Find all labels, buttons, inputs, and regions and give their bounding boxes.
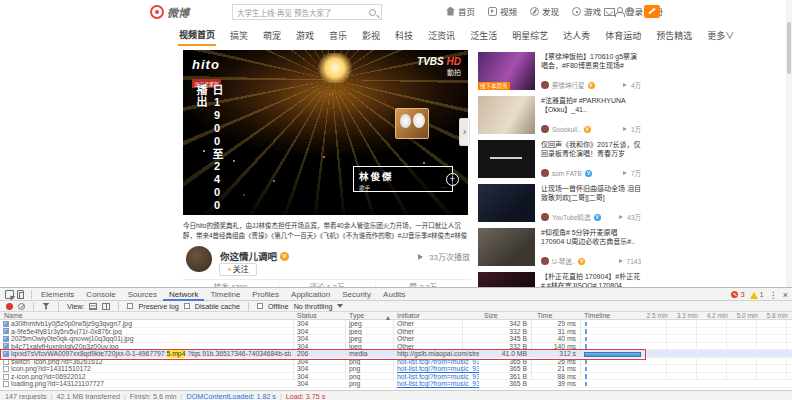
channel-name[interactable]: 蔡徐坤行星	[552, 80, 585, 90]
col-status[interactable]: Status	[297, 312, 317, 320]
request-name[interactable]: z-icon.png?id=06922012	[3, 373, 291, 381]
channel-tab[interactable]: 泛生活	[469, 26, 498, 45]
col-initiator[interactable]: Initiator	[397, 312, 420, 320]
channel-name[interactable]: Soookull..	[552, 126, 581, 133]
clear-button[interactable]	[18, 303, 25, 310]
related-video-item[interactable]: 仅回声《我和你》2017长谈，仅回录板青伦演唱！青春万岁 som FATB V …	[478, 140, 641, 178]
settings-gear-icon[interactable]	[625, 7, 634, 16]
video-title[interactable]: 仅回声《我和你》2017长谈，仅回录板青伦演唱！青春万岁	[541, 140, 641, 158]
video-thumbnail[interactable]	[478, 272, 535, 287]
page-scrollbar[interactable]	[786, 0, 792, 287]
mail-icon[interactable]	[604, 8, 615, 16]
device-toolbar-icon[interactable]	[17, 290, 24, 299]
warning-count-badge[interactable]: 1	[750, 290, 764, 299]
preserve-log-checkbox[interactable]	[127, 303, 133, 309]
col-timeline[interactable]: Timeline	[584, 312, 610, 320]
request-name[interactable]: lqxxd7sVfcvWA0097xx8qd9kte720jxx-0-1-496…	[3, 350, 291, 358]
devtools-tab[interactable]: Timeline	[204, 288, 246, 301]
network-request-row[interactable]: lqxxd7sVfcvWA0097xx8qd9kte720jxx-0-1-496…	[0, 350, 792, 358]
grid-view-icon[interactable]	[102, 303, 110, 310]
header-nav-item[interactable]: 首页	[446, 5, 475, 17]
record-button[interactable]	[6, 303, 13, 310]
col-size[interactable]: Size	[484, 312, 498, 320]
post-action-button[interactable]: 赞 2.3万	[375, 280, 471, 287]
channel-tab[interactable]: 搞笑	[229, 26, 249, 45]
channel-tab[interactable]: 视频首页	[178, 25, 216, 46]
post-action-button[interactable]: 转发 4299	[183, 280, 278, 287]
channel-tab[interactable]: 更多∨	[706, 26, 735, 45]
devtools-tab[interactable]: Application	[285, 288, 336, 301]
devtools-tab[interactable]: Profiles	[246, 288, 285, 301]
inspect-element-icon[interactable]	[5, 290, 14, 299]
related-video-item[interactable]: 线下本周秀 【蔡徐坤饭拍】170610 g5蔡演唱会，#F80博恩男生现场# 蔡…	[478, 52, 641, 90]
channel-tab[interactable]: 预告精选	[655, 26, 693, 45]
weibo-logo[interactable]: 微博	[150, 4, 189, 20]
devtools-tab[interactable]: Audits	[377, 288, 411, 301]
related-video-item[interactable]: 让现场一首怀旧曲感动全场 泪目致敬刘欢[二哥][二哥] YouTube精选 V …	[478, 184, 641, 222]
channel-tab[interactable]: 影视	[361, 26, 381, 45]
channel-tab[interactable]: 游戏	[295, 26, 315, 45]
request-name[interactable]: 2025mOwly0te0qk-qnovwj10q3qq01j.jpg	[3, 335, 291, 343]
network-request-row[interactable]: a30lfnmfvb1y0j5z0p0rw5jz9g3qvgn7.jpg 304…	[0, 320, 792, 328]
request-name[interactable]: a30lfnmfvb1y0j5z0p0rw5jz9g3qvgn7.jpg	[3, 320, 291, 328]
channel-tab[interactable]: 体育运动	[604, 26, 642, 45]
network-request-row[interactable]: 2025mOwly0te0qk-qnovwj10q3qq01j.jpg 304 …	[0, 335, 792, 343]
request-name[interactable]: b4c71xalyfHuxnlnlqly20p3z00uv.jpg	[3, 343, 291, 351]
video-title[interactable]: 【朴正花直拍 170904】#朴正花# #林在宜JISOO# 170804..	[541, 272, 641, 287]
video-thumbnail[interactable]	[478, 140, 535, 178]
related-video-item[interactable]: #仰视角# 5分钟开麦原唱 170904 U周边必收古典音乐#.. U-琴迷..…	[478, 228, 641, 266]
error-count-badge[interactable]: 3	[731, 290, 744, 299]
video-thumbnail[interactable]	[478, 184, 535, 222]
scrollbar-thumb[interactable]	[787, 22, 791, 74]
header-nav-item[interactable]: 视频	[488, 5, 517, 17]
list-view-icon[interactable]	[89, 303, 97, 310]
carousel-next-button[interactable]: ›	[459, 118, 470, 146]
channel-tab[interactable]: 泛资讯	[427, 26, 456, 45]
video-thumbnail[interactable]: 线下本周秀	[478, 52, 535, 90]
network-request-row[interactable]: b4c71xalyfHuxnlnlqly20p3z00uv.jpg 304 jp…	[0, 343, 792, 351]
network-request-row[interactable]: icon.png?id=14311510172 304 png hot-list…	[0, 365, 792, 373]
video-thumbnail[interactable]	[478, 96, 535, 134]
compose-post-icon[interactable]	[644, 5, 660, 18]
devtools-tab[interactable]: Network	[163, 288, 204, 301]
video-thumbnail[interactable]	[478, 228, 535, 266]
channel-name[interactable]: U-琴迷..	[552, 256, 575, 266]
devtools-tab[interactable]: Console	[80, 288, 121, 301]
follow-button[interactable]: +关注	[219, 263, 257, 276]
request-name[interactable]: a-9fe5e4fy81r3y5rv5vj71r-0x876r.jpg	[3, 328, 291, 336]
devtools-menu-icon[interactable]: ⋮	[769, 290, 778, 300]
channel-tab[interactable]: 萌宠	[262, 26, 282, 45]
col-name[interactable]: Name	[4, 312, 23, 320]
request-name[interactable]: loading.png?id=143121107727	[3, 380, 291, 388]
video-title[interactable]: #仰视角# 5分钟开麦原唱 170904 U周边必收古典音乐#..	[541, 228, 641, 246]
devtools-tab[interactable]: Elements	[35, 288, 80, 301]
network-request-row[interactable]: z-icon.png?id=06922012 304 png hot-list.…	[0, 373, 792, 381]
network-request-row[interactable]: loading.png?id=143121107727 304 png hot-…	[0, 380, 792, 388]
channel-name[interactable]: som FATB	[552, 170, 582, 177]
channel-name[interactable]: YouTube精选	[552, 212, 591, 222]
video-title[interactable]: 让现场一首怀旧曲感动全场 泪目致敬刘欢[二哥][二哥]	[541, 184, 641, 202]
post-action-button[interactable]: 评论 1.2万	[278, 280, 374, 287]
col-type[interactable]: Type	[349, 312, 364, 320]
header-nav-item[interactable]: 游戏	[572, 5, 601, 17]
devtools-tab[interactable]: Security	[336, 288, 377, 301]
devtools-tab[interactable]: Sources	[122, 288, 163, 301]
follow-artist-plus-icon[interactable]: +	[446, 173, 459, 186]
channel-tab[interactable]: 达人秀	[562, 26, 591, 45]
offline-checkbox[interactable]	[257, 303, 263, 309]
video-title[interactable]: 【蔡徐坤饭拍】170610 g5蔡演唱会，#F80博恩男生现场#	[541, 52, 641, 70]
uploader-name[interactable]: 你这情儿调吧 V	[220, 249, 289, 263]
video-player[interactable]: hito 流行音樂獎 TVBS HD 動拍 日1900至2400播出 林俊傑 歌…	[183, 50, 468, 215]
uploader-avatar[interactable]	[186, 246, 212, 272]
search-box[interactable]	[232, 4, 382, 20]
disable-cache-checkbox[interactable]	[184, 303, 190, 309]
network-request-row[interactable]: a-9fe5e4fy81r3y5rv5vj71r-0x876r.jpg 304 …	[0, 328, 792, 336]
related-video-item[interactable]: 【朴正花直拍 170904】#朴正花# #林在宜JISOO# 170804.. …	[478, 272, 641, 287]
col-time[interactable]: Time	[537, 312, 552, 320]
video-title[interactable]: #泫雅直拍# #PARKHYUNA 【Okku】_41..	[541, 96, 641, 114]
request-name[interactable]: icon.png?id=14311510172	[3, 365, 291, 373]
request-name[interactable]: switch_icon.png?id=36261612	[3, 358, 291, 366]
channel-tab[interactable]: 明星综艺	[511, 26, 549, 45]
header-nav-item[interactable]: 发现	[530, 5, 559, 17]
channel-tab[interactable]: 音乐	[328, 26, 348, 45]
